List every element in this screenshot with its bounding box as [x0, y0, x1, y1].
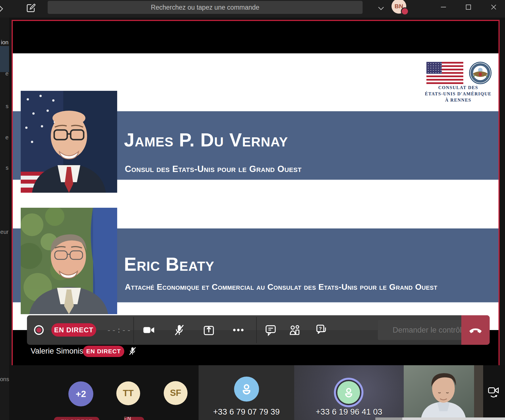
chevron-down-icon[interactable] [377, 6, 385, 11]
presenter-live-badge: EN DIRECT [83, 346, 124, 357]
phone-avatar-icon-speaking [337, 381, 360, 404]
speaker1-name: James P. Du Vernay [124, 129, 288, 151]
hang-up-button[interactable] [461, 315, 490, 345]
video-participant-tile[interactable] [404, 365, 483, 420]
title-bar: BN [0, 0, 505, 18]
speaker2-name: Eric Beaty [124, 253, 214, 275]
speaker2-photo [21, 208, 117, 314]
video-participant-feed [404, 365, 483, 420]
us-flag-canton [426, 62, 442, 74]
participants-button[interactable] [288, 324, 301, 336]
sidebar-item-5[interactable]: eur [0, 229, 9, 235]
presenter-mic-muted-icon [128, 346, 137, 356]
clipped-live-badge: EN DIRECT [124, 417, 144, 420]
control-separator [133, 317, 134, 343]
minimize-button[interactable] [434, 0, 453, 14]
speaker1-title: Consul des Etats-Unis pour le Grand Oues… [125, 164, 302, 174]
live-badge: EN DIRECT [51, 323, 96, 337]
rail-active-highlight [0, 46, 9, 72]
sidebar-item-1[interactable]: e [0, 70, 9, 77]
maximize-button[interactable] [459, 0, 477, 14]
participant-avatar-sf[interactable]: SF [164, 381, 188, 405]
logo-text-line1: CONSULAT DES [424, 85, 492, 90]
phone-participant-tile-speaking[interactable]: +33 6 19 96 41 03 [294, 365, 404, 420]
phone-number: +33 6 79 07 79 39 [199, 407, 294, 417]
sidebar-item-2[interactable]: s [0, 103, 9, 110]
phone-avatar-icon [234, 377, 259, 402]
sidebar-item-0[interactable]: ion [0, 39, 9, 46]
clipped-live-badge: EN DIRECT [54, 417, 99, 420]
speaker2-title: Attaché Economique et Commercial au Cons… [125, 282, 437, 292]
mic-muted-button[interactable] [173, 324, 186, 336]
overflow-participants-avatar[interactable]: +2 [68, 381, 93, 406]
state-department-seal [469, 61, 492, 85]
camera-button[interactable] [143, 324, 155, 336]
search-input[interactable] [48, 1, 363, 14]
hang-up-icon [468, 326, 483, 334]
close-button[interactable] [485, 0, 503, 14]
phone-participant-tile[interactable]: +33 6 79 07 79 39 [199, 365, 294, 420]
presenter-name: Valerie Simonis [31, 347, 83, 356]
more-options-button[interactable] [232, 324, 245, 336]
sidebar-item-4[interactable]: s [0, 165, 9, 171]
teams-window: BN ion e s e s eur ons [0, 0, 505, 420]
svg-text:?: ? [319, 326, 322, 331]
sidebar-item-6[interactable]: ons [0, 376, 9, 383]
record-indicator-icon [33, 325, 44, 335]
switch-camera-icon[interactable] [487, 386, 500, 399]
qa-button[interactable]: ? [315, 324, 328, 336]
control-separator [256, 317, 257, 343]
window-edge-strip [375, 417, 505, 420]
speaker1-photo [21, 91, 117, 193]
sidebar-item-3[interactable]: e [0, 134, 9, 141]
compose-icon[interactable] [26, 2, 36, 14]
app-rail [0, 18, 9, 420]
call-timer: --:-- [107, 326, 132, 335]
share-screen-button[interactable] [203, 324, 215, 336]
status-busy-dot [401, 7, 409, 15]
logo-text-line3: À RENNES [424, 98, 492, 103]
chevron-right-icon[interactable] [0, 5, 4, 13]
logo-text-line2: ÉTATS-UNIS D'AMÉRIQUE [424, 91, 492, 96]
participant-avatar-tt[interactable]: TT [116, 381, 140, 405]
phone-number: +33 6 19 96 41 03 [294, 407, 404, 417]
chat-button[interactable] [264, 324, 277, 336]
